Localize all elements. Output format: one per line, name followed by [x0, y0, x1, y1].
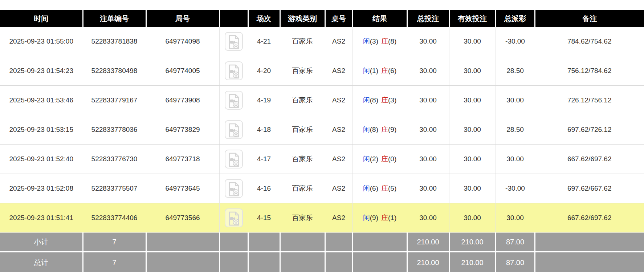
video-replay-button[interactable] [225, 32, 243, 51]
table-header-row: 时间 注单编号 局号 场次 游戏类别 桌号 结果 总投注 有效投注 总派彩 备注 [0, 10, 644, 27]
header-round: 局号 [146, 10, 219, 27]
video-replay-button[interactable] [225, 91, 243, 110]
round-cell: 649773645 [146, 174, 219, 203]
round-cell: 649773566 [146, 203, 219, 233]
remark-cell: 667.62/697.62 [535, 145, 644, 174]
result-banker-value: (6) [388, 67, 396, 74]
valid-bet-cell: 30.00 [449, 203, 496, 233]
video-file-icon [225, 93, 242, 109]
header-result: 结果 [352, 10, 407, 27]
video-replay-button[interactable] [225, 208, 243, 227]
result-player-value: (6) [370, 184, 378, 192]
table-body: 2025-09-23 01:55:00 522833781838 6497740… [0, 27, 644, 233]
round-cell: 649774098 [146, 27, 219, 56]
session-cell: 4-19 [248, 86, 280, 115]
table-row[interactable]: 2025-09-23 01:54:23 522833780498 6497740… [0, 56, 644, 86]
session-cell: 4-21 [248, 27, 280, 56]
total-payout-cell: 30.00 [496, 145, 535, 174]
video-cell [219, 115, 248, 145]
page: 时间 注单编号 局号 场次 游戏类别 桌号 结果 总投注 有效投注 总派彩 备注… [0, 0, 644, 272]
header-total-payout: 总派彩 [496, 10, 535, 27]
video-file-icon [225, 34, 242, 50]
table-no-cell: AS2 [325, 145, 352, 174]
total-valid-bet: 210.00 [449, 252, 496, 272]
total-row: 总计 7 210.00 210.00 87.00 [0, 252, 644, 272]
subtotal-empty-game-type [280, 233, 325, 252]
result-player-label: 闲 [363, 214, 370, 222]
result-player-label: 闲 [363, 37, 370, 45]
video-file-icon [225, 182, 242, 197]
result-banker-label: 庄 [381, 67, 388, 74]
total-total-payout: 87.00 [496, 252, 535, 272]
total-empty-session [248, 252, 280, 272]
video-replay-button[interactable] [225, 150, 243, 169]
total-bet-cell: 30.00 [407, 145, 449, 174]
result-player-label: 闲 [363, 67, 370, 74]
total-empty-table-no [325, 252, 352, 272]
time-cell: 2025-09-23 01:53:15 [0, 115, 83, 145]
video-replay-button[interactable] [225, 120, 243, 139]
result-banker-value: (1) [388, 214, 396, 222]
session-cell: 4-17 [248, 145, 280, 174]
total-empty-game-type [280, 252, 325, 272]
video-replay-button[interactable] [225, 61, 243, 80]
game-type-cell: 百家乐 [280, 203, 325, 233]
result-player-value: (1) [370, 67, 378, 74]
subtotal-total-bet: 210.00 [407, 233, 449, 252]
bet-id-cell: 522833778036 [83, 115, 146, 145]
result-cell: 闲(2)庄(0) [352, 145, 407, 174]
result-cell: 闲(6)庄(5) [352, 174, 407, 203]
round-cell: 649774005 [146, 56, 219, 86]
header-valid-bet: 有效投注 [449, 10, 496, 27]
table-row[interactable]: 2025-09-23 01:53:15 522833778036 6497738… [0, 115, 644, 145]
total-empty-remark [535, 252, 644, 272]
time-cell: 2025-09-23 01:52:40 [0, 145, 83, 174]
result-player-label: 闲 [363, 155, 370, 163]
subtotal-empty-remark [535, 233, 644, 252]
total-payout-cell: -30.00 [496, 174, 535, 203]
subtotal-count: 7 [83, 233, 146, 252]
valid-bet-cell: 30.00 [449, 27, 496, 56]
table-no-cell: AS2 [325, 56, 352, 86]
round-cell: 649773829 [146, 115, 219, 145]
total-label: 总计 [0, 252, 83, 272]
video-cell [219, 174, 248, 203]
video-cell [219, 203, 248, 233]
table-row[interactable]: 2025-09-23 01:55:00 522833781838 6497740… [0, 27, 644, 56]
table-row[interactable]: 2025-09-23 01:52:08 522833775507 6497736… [0, 174, 644, 203]
table-row[interactable]: 2025-09-23 01:53:46 522833779167 6497739… [0, 86, 644, 115]
time-cell: 2025-09-23 01:53:46 [0, 86, 83, 115]
video-replay-button[interactable] [225, 179, 243, 198]
video-cell [219, 27, 248, 56]
table-row[interactable]: 2025-09-23 01:52:40 522833776730 6497737… [0, 145, 644, 174]
game-type-cell: 百家乐 [280, 174, 325, 203]
result-banker-value: (8) [388, 37, 396, 45]
result-player-value: (8) [370, 96, 378, 104]
video-file-icon [225, 123, 242, 138]
remark-cell: 667.62/697.62 [535, 203, 644, 233]
result-player-value: (9) [370, 214, 378, 222]
time-cell: 2025-09-23 01:55:00 [0, 27, 83, 56]
total-bet-cell: 30.00 [407, 27, 449, 56]
game-type-cell: 百家乐 [280, 86, 325, 115]
table-no-cell: AS2 [325, 174, 352, 203]
table-row[interactable]: 2025-09-23 01:51:41 522833774406 6497735… [0, 203, 644, 233]
session-cell: 4-16 [248, 174, 280, 203]
bet-id-cell: 522833775507 [83, 174, 146, 203]
result-player-label: 闲 [363, 126, 370, 133]
result-player-label: 闲 [363, 96, 370, 104]
total-bet-cell: 30.00 [407, 86, 449, 115]
session-cell: 4-18 [248, 115, 280, 145]
bet-id-cell: 522833781838 [83, 27, 146, 56]
bet-id-cell: 522833780498 [83, 56, 146, 86]
video-cell [219, 86, 248, 115]
table-no-cell: AS2 [325, 115, 352, 145]
result-banker-label: 庄 [381, 184, 388, 192]
result-banker-label: 庄 [381, 126, 388, 133]
video-file-icon [225, 64, 242, 79]
table-no-cell: AS2 [325, 86, 352, 115]
header-game-type: 游戏类别 [280, 10, 325, 27]
remark-cell: 697.62/726.12 [535, 115, 644, 145]
header-video [219, 10, 248, 27]
result-banker-label: 庄 [381, 214, 388, 222]
